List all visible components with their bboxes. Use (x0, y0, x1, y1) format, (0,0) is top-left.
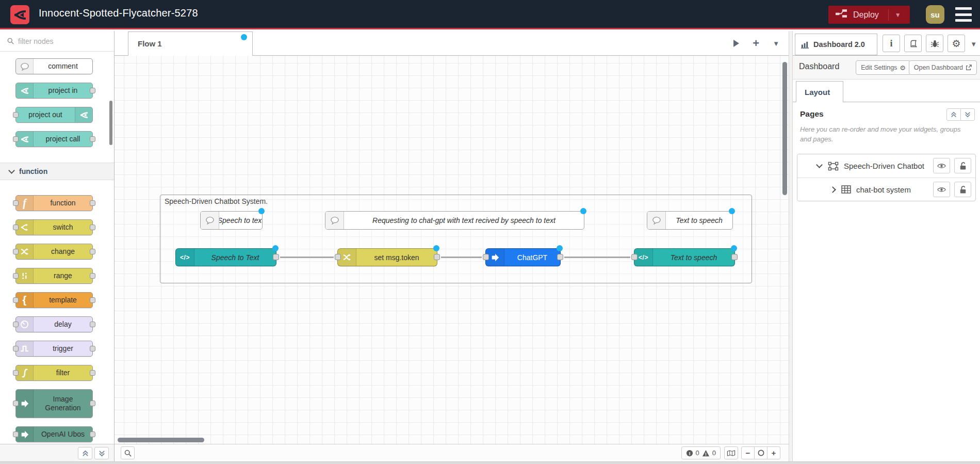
zoom-in-button[interactable]: + (767, 446, 780, 459)
palette-node-label: template (34, 293, 92, 308)
chevron-down-icon[interactable] (816, 162, 823, 168)
add-flow-button[interactable]: + (753, 38, 759, 49)
canvas-vertical-scrollbar[interactable] (782, 62, 787, 195)
sidebar-tabs-caret[interactable]: ▼ (970, 40, 977, 48)
zoom-out-button[interactable]: − (741, 446, 755, 459)
palette-node-project-call[interactable]: project call (15, 131, 93, 147)
lock-toggle-button[interactable] (954, 182, 971, 197)
chevron-right-icon[interactable] (829, 186, 836, 193)
output-port[interactable] (90, 136, 95, 142)
tab-dashboard-2[interactable]: Dashboard 2.0 (795, 34, 877, 55)
output-port[interactable] (90, 322, 95, 327)
canvas-horizontal-scrollbar[interactable] (118, 438, 204, 442)
input-port[interactable] (13, 273, 19, 279)
comment-node[interactable]: Requesting to chat-gpt with text recived… (325, 211, 584, 230)
output-port[interactable] (90, 88, 95, 93)
flow-node-chatgpt[interactable]: ChatGPT (485, 248, 561, 266)
palette-node-openai-ubos[interactable]: OpenAI Ubos (15, 426, 93, 442)
input-port[interactable] (13, 401, 19, 406)
output-port[interactable] (90, 200, 95, 206)
user-avatar[interactable]: su (926, 5, 944, 24)
palette-node-change[interactable]: change (15, 244, 93, 260)
tree-row-label: Speech-Driven Chatbot S (844, 162, 925, 170)
output-port[interactable] (90, 431, 95, 437)
tab-layout[interactable]: Layout (796, 81, 843, 102)
error-warning-counts[interactable]: ! 0 ! 0 (681, 446, 721, 459)
input-port[interactable] (13, 322, 19, 327)
input-port[interactable] (13, 200, 19, 206)
move-up-button[interactable] (946, 108, 961, 121)
node-red-logo-icon[interactable] (10, 5, 29, 24)
palette-node-project-out[interactable]: project out (15, 107, 93, 123)
comment-node[interactable]: Text to speech (647, 211, 733, 230)
flow-group[interactable]: Speech-Driven Chatbot System. (160, 195, 752, 283)
output-port[interactable] (90, 249, 95, 254)
output-port[interactable] (90, 346, 95, 351)
palette-node-image-generation[interactable]: Image Generation (15, 389, 93, 418)
output-port[interactable] (90, 297, 95, 303)
output-port[interactable] (90, 273, 95, 279)
palette-node-range[interactable]: range (15, 268, 93, 284)
config-tab-button[interactable]: ⚙ (948, 35, 965, 52)
input-port[interactable] (13, 370, 19, 376)
palette-node-trigger[interactable]: trigger (15, 341, 93, 357)
info-tab-button[interactable]: i (883, 35, 900, 52)
deploy-options-caret[interactable]: ▼ (888, 9, 901, 21)
palette-scrollbar[interactable] (109, 101, 112, 145)
open-dashboard-button[interactable]: Open Dashboard (909, 60, 977, 75)
palette-node-delay[interactable]: delay (15, 316, 93, 332)
flow-list-caret[interactable]: ▼ (773, 40, 779, 47)
flow-canvas[interactable]: Speech-Driven Chatbot System. Speech to … (115, 56, 789, 444)
output-port[interactable] (731, 254, 738, 260)
help-tab-button[interactable] (904, 35, 922, 52)
output-port[interactable] (90, 401, 95, 406)
edit-settings-button[interactable]: Edit Settings ⚙ (856, 60, 911, 75)
palette-node-project-in[interactable]: project in (15, 83, 93, 99)
output-port[interactable] (90, 225, 95, 230)
input-port[interactable] (483, 254, 489, 260)
palette-expand-all-button[interactable] (94, 447, 109, 459)
flow-node-text-to-speech[interactable]: </>Text to speech (634, 248, 735, 266)
palette-node-template[interactable]: {template (15, 292, 93, 308)
palette-node-filter[interactable]: filter (15, 365, 93, 381)
move-down-button[interactable] (960, 108, 975, 121)
canvas-search-button[interactable] (121, 446, 135, 459)
next-flow-icon[interactable] (733, 40, 739, 47)
visibility-toggle-button[interactable] (933, 182, 950, 197)
tree-row-chat-bot-system[interactable]: chat-bot system (797, 178, 975, 201)
input-port[interactable] (13, 225, 19, 230)
tree-row-speech-driven-chatbot-s[interactable]: Speech-Driven Chatbot S (797, 154, 975, 178)
palette-node-switch[interactable]: switch (15, 219, 93, 235)
error-count: 0 (696, 449, 699, 457)
output-port[interactable] (434, 254, 440, 260)
output-port[interactable] (90, 370, 95, 376)
lock-toggle-button[interactable] (954, 158, 971, 173)
zoom-reset-button[interactable] (754, 446, 767, 459)
output-port[interactable] (557, 254, 563, 260)
main-menu-button[interactable] (955, 7, 972, 22)
palette-category-function[interactable]: function (0, 163, 114, 180)
palette-node-comment[interactable]: comment (15, 58, 93, 74)
debug-tab-button[interactable] (926, 35, 943, 52)
input-port[interactable] (13, 112, 19, 118)
palette-collapse-all-button[interactable] (78, 447, 92, 459)
output-port[interactable] (273, 254, 279, 260)
input-port[interactable] (13, 136, 19, 142)
input-port[interactable] (631, 254, 638, 260)
flow-tab[interactable]: Flow 1 (128, 31, 253, 56)
palette-filter-input[interactable] (18, 37, 95, 45)
input-port[interactable] (13, 297, 19, 303)
input-port[interactable] (13, 249, 19, 254)
flow-node-set-msg-token[interactable]: set msg.token (337, 248, 437, 266)
comment-node[interactable]: Speech to text (200, 211, 263, 230)
visibility-toggle-button[interactable] (933, 158, 950, 173)
input-port[interactable] (335, 254, 341, 260)
input-port[interactable] (13, 346, 19, 351)
palette-node-function[interactable]: ffunction (15, 195, 93, 211)
deploy-button[interactable]: Deploy ▼ (828, 6, 910, 24)
input-port[interactable] (13, 431, 19, 437)
flow-node-speech-to-text[interactable]: </>Speech to Text (175, 248, 276, 266)
palette-search[interactable] (0, 31, 114, 52)
sidebar-splitter[interactable] (789, 31, 793, 461)
navigator-toggle-button[interactable] (724, 446, 738, 459)
